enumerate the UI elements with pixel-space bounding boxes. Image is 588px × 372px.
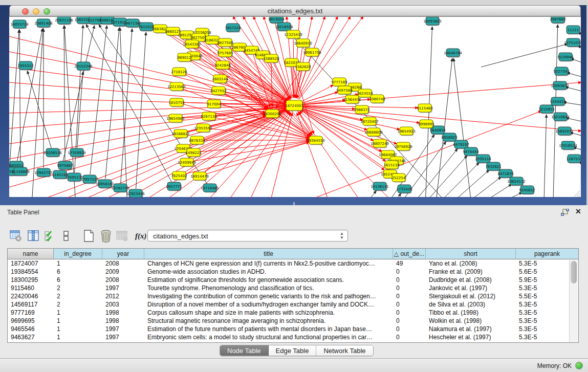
- network-node[interactable]: 12353593: [194, 124, 212, 133]
- network-node[interactable]: 12923446: [126, 189, 145, 198]
- network-node[interactable]: 1244419: [550, 97, 565, 106]
- network-node[interactable]: 3215953: [538, 105, 554, 114]
- tab-network-table[interactable]: Network Table: [316, 345, 373, 356]
- network-node[interactable]: 9474444: [463, 147, 479, 157]
- network-node[interactable]: 16648784: [444, 49, 462, 58]
- network-node[interactable]: 7986372: [354, 105, 369, 115]
- network-node[interactable]: 12409949: [178, 158, 196, 167]
- network-node[interactable]: 18724007: [285, 100, 303, 112]
- network-node[interactable]: 19654985: [166, 114, 185, 123]
- network-node[interactable]: 7632621: [485, 162, 501, 171]
- tab-edge-table[interactable]: Edge Table: [269, 345, 317, 356]
- network-node[interactable]: 9115460: [417, 104, 432, 113]
- network-node[interactable]: 9975887: [57, 161, 73, 170]
- network-node[interactable]: 1562620: [295, 62, 311, 72]
- table-row[interactable]: 1830029562008Estimation of significance …: [8, 276, 578, 284]
- network-node[interactable]: 2718126: [171, 68, 187, 77]
- network-node[interactable]: 7857224: [225, 24, 241, 33]
- table-row[interactable]: 1872400712008Changes of HCN gene express…: [8, 259, 578, 268]
- select-columns-icon[interactable]: [43, 229, 56, 243]
- network-node[interactable]: 8998995: [418, 120, 434, 129]
- tab-node-table[interactable]: Node Table: [220, 345, 269, 356]
- column-header-in_degree[interactable]: in_degree: [54, 249, 102, 259]
- network-node[interactable]: 917004: [207, 100, 222, 109]
- table-selector-dropdown[interactable]: citations_edges.txt ▲▼: [147, 230, 348, 242]
- split-pane-handle[interactable]: ▲▼: [292, 201, 297, 204]
- table-row[interactable]: 2242004622012Investigating the contribut…: [8, 292, 578, 300]
- network-node[interactable]: 21364436: [343, 95, 361, 104]
- network-node[interactable]: 16961758: [303, 48, 321, 57]
- network-node[interactable]: 12213563: [167, 82, 186, 92]
- network-node[interactable]: 1615132: [383, 161, 399, 170]
- row-height-icon[interactable]: [59, 229, 73, 243]
- close-panel-icon[interactable]: ✕: [575, 207, 581, 215]
- column-header-name[interactable]: name: [8, 249, 54, 259]
- network-node[interactable]: 16543382: [183, 40, 201, 49]
- network-node[interactable]: 1080748: [369, 95, 385, 104]
- create-column-icon[interactable]: [82, 229, 95, 243]
- network-node[interactable]: 20153346: [74, 62, 93, 71]
- network-node[interactable]: 2055312: [17, 61, 33, 71]
- memory-status-indicator[interactable]: [575, 362, 583, 369]
- table-row[interactable]: 969969511998Structural magnetic resonanc…: [8, 317, 578, 325]
- network-node[interactable]: 1810755: [168, 98, 184, 107]
- function-builder-icon[interactable]: f(x): [135, 232, 147, 240]
- scrollbar-thumb[interactable]: [571, 261, 577, 283]
- float-panel-icon[interactable]: [561, 209, 569, 216]
- network-node[interactable]: 16640910: [294, 39, 312, 48]
- table-scrollbar[interactable]: [569, 260, 578, 343]
- network-node[interactable]: 9227343: [553, 67, 569, 76]
- network-node[interactable]: 252254: [392, 173, 406, 183]
- network-node[interactable]: 8878334: [189, 136, 205, 145]
- network-node[interactable]: 9245652: [519, 186, 535, 195]
- table-mode-icon[interactable]: [9, 229, 23, 243]
- network-node[interactable]: 9129946: [557, 53, 574, 62]
- delete-columns-trash-icon[interactable]: [99, 229, 113, 243]
- network-node[interactable]: 20931196: [55, 17, 73, 25]
- network-node[interactable]: 19384554: [307, 136, 325, 145]
- network-node[interactable]: 15751074: [564, 38, 581, 48]
- network-node[interactable]: 19166822: [171, 129, 190, 139]
- network-node[interactable]: 11325419: [284, 30, 302, 39]
- table-row[interactable]: 946554611997Estimation of the future num…: [8, 325, 578, 333]
- network-node[interactable]: 15692071: [555, 127, 574, 136]
- network-canvas[interactable]: 1872400718300295193845541405572420891406…: [9, 16, 581, 197]
- network-node[interactable]: 1588520: [263, 54, 279, 63]
- column-header-out_de[interactable]: △ out_de...: [393, 249, 426, 259]
- network-node[interactable]: 2087682: [550, 17, 565, 24]
- delete-table-icon[interactable]: [116, 229, 129, 243]
- network-node[interactable]: 17359924: [68, 148, 86, 158]
- network-node[interactable]: 16093803: [423, 17, 442, 26]
- network-node[interactable]: 12942757: [34, 168, 53, 178]
- network-node[interactable]: 9242848: [214, 61, 230, 70]
- column-header-year[interactable]: year: [102, 249, 144, 259]
- table-row[interactable]: 1938455462009Genome-wide association stu…: [8, 268, 578, 276]
- column-header-pagerank[interactable]: pagerank: [516, 249, 578, 259]
- network-node[interactable]: 19654923: [397, 127, 416, 136]
- column-header-title[interactable]: title: [144, 249, 393, 259]
- table-row[interactable]: 946362711997Embryonic stem cells: a mode…: [8, 333, 578, 341]
- column-header-short[interactable]: short: [426, 249, 516, 259]
- network-node[interactable]: 8427552: [210, 86, 226, 96]
- network-node[interactable]: 20206516: [43, 148, 62, 158]
- network-window-titlebar[interactable]: citations_edges.txt: [9, 5, 581, 16]
- network-node[interactable]: 10654112: [507, 177, 526, 186]
- network-node[interactable]: 2803144: [212, 75, 228, 84]
- network-node[interactable]: 1498222: [185, 148, 201, 158]
- network-node[interactable]: 12093872: [551, 81, 569, 91]
- network-node[interactable]: 15716485: [201, 184, 219, 193]
- resize-grip-icon[interactable]: [574, 191, 580, 197]
- network-node[interactable]: 8267130: [201, 112, 216, 121]
- network-node[interactable]: 10688609: [364, 128, 383, 137]
- network-node[interactable]: 16210643: [551, 113, 570, 122]
- network-node[interactable]: 18720407: [360, 117, 379, 126]
- network-node[interactable]: 6497568: [336, 86, 352, 95]
- network-node[interactable]: 14136141: [371, 182, 389, 191]
- network-node[interactable]: 9757685: [217, 49, 233, 58]
- network-node[interactable]: 1733426: [396, 185, 412, 194]
- network-node[interactable]: 16914479: [190, 172, 209, 181]
- network-node[interactable]: 14055724: [10, 20, 29, 29]
- network-node[interactable]: 7625402: [171, 171, 187, 181]
- network-node[interactable]: 9860125: [165, 27, 181, 36]
- network-graph[interactable]: 1872400718300295193845541405572420891406…: [9, 17, 581, 198]
